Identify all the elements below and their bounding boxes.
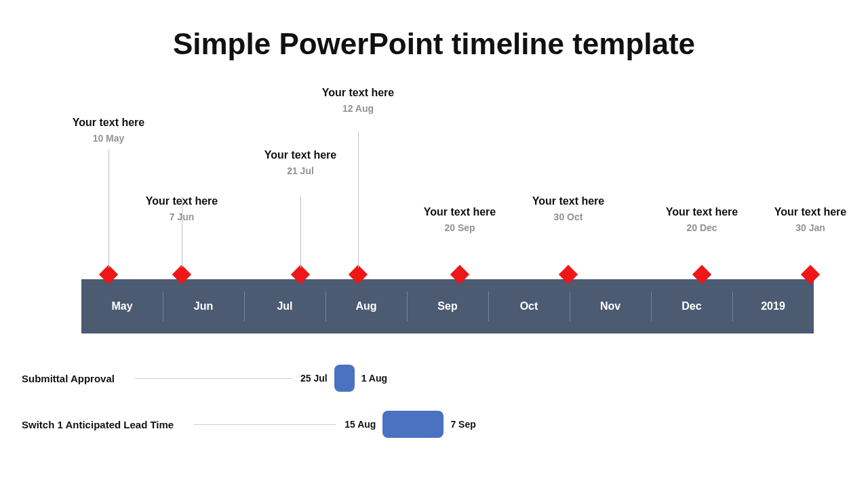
month-cell: Sep <box>407 279 488 333</box>
milestone-connector <box>108 149 109 268</box>
page-title: Simple PowerPoint timeline template <box>0 27 868 61</box>
milestone-text: Your text here <box>774 206 846 218</box>
milestone-label: Your text here30 Jan <box>774 206 846 233</box>
milestone-connector <box>358 132 359 268</box>
milestone-label: Your text here12 Aug <box>322 87 394 114</box>
month-band: MayJunJulAugSepOctNovDec2019 <box>81 279 814 333</box>
task-block <box>334 365 355 392</box>
task-row: Switch 1 Anticipated Lead Time15 Aug7 Se… <box>22 409 841 439</box>
task-end-date: 7 Sep <box>450 419 475 430</box>
milestone-text: Your text here <box>73 117 144 129</box>
milestone-text: Your text here <box>424 206 496 218</box>
task-block <box>382 411 443 438</box>
milestone-text: Your text here <box>532 195 604 207</box>
milestone-label: Your text here21 Jul <box>264 149 336 176</box>
milestone-text: Your text here <box>666 206 738 218</box>
task-label: Switch 1 Anticipated Lead Time <box>22 419 174 430</box>
task-label: Submittal Approval <box>22 373 115 384</box>
milestone-label: Your text here10 May <box>73 117 144 144</box>
task-connector <box>194 424 336 425</box>
milestone-date: 10 May <box>73 133 144 144</box>
milestone-label: Your text here20 Dec <box>666 206 738 233</box>
task-end-date: 1 Aug <box>361 373 387 384</box>
milestone-text: Your text here <box>322 87 394 99</box>
month-cell: Jul <box>244 279 326 333</box>
month-cell: Nov <box>570 279 651 333</box>
month-cell: May <box>81 279 163 333</box>
milestone-date: 20 Sep <box>424 222 496 233</box>
milestone-date: 20 Dec <box>666 222 738 233</box>
milestone-date: 21 Jul <box>264 165 336 176</box>
milestone-label: Your text here7 Jun <box>146 195 218 222</box>
milestone-date: 30 Jan <box>774 222 846 233</box>
milestone-text: Your text here <box>264 149 336 161</box>
month-cell: 2019 <box>732 279 814 333</box>
month-cell: Dec <box>651 279 732 333</box>
milestone-date: 30 Oct <box>532 211 604 222</box>
milestone-label: Your text here20 Sep <box>424 206 496 233</box>
milestone-date: 12 Aug <box>322 103 394 114</box>
month-cell: Aug <box>326 279 407 333</box>
task-start-date: 25 Jul <box>300 373 328 384</box>
milestone-connector <box>300 197 301 268</box>
month-cell: Jun <box>163 279 244 333</box>
month-cell: Oct <box>488 279 570 333</box>
milestone-text: Your text here <box>146 195 218 207</box>
task-start-date: 15 Aug <box>344 419 376 430</box>
task-connector <box>135 378 292 379</box>
milestone-date: 7 Jun <box>146 211 218 222</box>
milestone-label: Your text here30 Oct <box>532 195 604 222</box>
task-row: Submittal Approval25 Jul1 Aug <box>22 363 841 393</box>
